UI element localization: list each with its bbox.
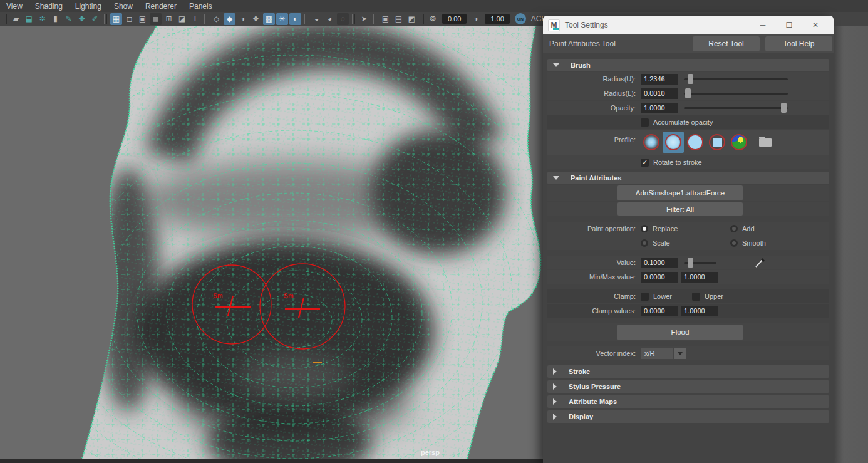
gate-mask-icon[interactable]: ◼ <box>150 13 162 25</box>
smooth-radio[interactable] <box>730 239 738 247</box>
film-gate-icon[interactable]: ◻ <box>123 13 135 25</box>
rotate-to-stroke-row: ✓ Rotate to stroke <box>547 155 829 169</box>
maximize-button[interactable]: ☐ <box>776 17 802 33</box>
vector-index-row: Vector index: x/R <box>547 346 829 360</box>
textured-cube-icon[interactable]: ❖ <box>250 13 262 25</box>
menu-view[interactable]: View <box>6 2 23 11</box>
chevron-down-icon[interactable] <box>674 348 686 359</box>
clamp-row: Clamp: Lower Upper <box>547 289 829 303</box>
lock-icon[interactable]: ⬓ <box>23 13 35 25</box>
shaded-cube-icon[interactable]: ◆ <box>224 13 235 25</box>
clamp-max-field[interactable]: 1.0000 <box>681 306 718 316</box>
expand-arrow-icon <box>553 368 557 375</box>
opacity-slider[interactable] <box>684 103 788 113</box>
field-chart-icon[interactable]: ⊞ <box>163 13 175 25</box>
section-header-paint-attributes[interactable]: Paint Attributes <box>547 172 829 184</box>
attribute-select-button[interactable]: AdnSimshape1.attractForce <box>617 185 743 200</box>
profile-soft-button[interactable] <box>663 132 684 153</box>
close-button[interactable]: ✕ <box>802 17 829 33</box>
profile-solid-button[interactable] <box>685 132 706 153</box>
reset-tool-button[interactable]: Reset Tool <box>693 36 760 51</box>
menu-lighting[interactable]: Lighting <box>75 2 101 11</box>
opacity-field[interactable]: 1.0000 <box>641 103 678 113</box>
profile-image-button[interactable] <box>728 132 750 153</box>
clamp-min-field[interactable]: 0.0000 <box>641 306 678 316</box>
section-header-attribute-maps[interactable]: Attribute Maps <box>547 395 829 408</box>
gamma-field[interactable]: 1.00 <box>485 14 509 24</box>
image-plane-icon[interactable]: ◪ <box>176 13 188 25</box>
section-header-stylus-pressure[interactable]: Stylus Pressure <box>547 380 829 393</box>
section-header-brush[interactable]: Brush <box>547 59 829 71</box>
move-zoom-icon[interactable]: ✥ <box>76 13 88 25</box>
profile-square-button[interactable] <box>706 132 728 153</box>
flood-button[interactable]: Flood <box>617 325 743 340</box>
filter-button[interactable]: Filter: All <box>617 202 743 216</box>
radius-l-label: Radius(L): <box>547 90 641 97</box>
gear-icon[interactable]: ✲ <box>36 13 48 25</box>
add-radio[interactable] <box>730 225 738 232</box>
radius-l-field[interactable]: 0.0010 <box>641 88 678 99</box>
expand-arrow-icon <box>553 398 557 405</box>
brush-icon[interactable]: ✐ <box>89 13 101 25</box>
exposure-icon[interactable]: ❂ <box>427 13 439 25</box>
paste-icon[interactable]: ▤ <box>393 13 405 25</box>
expand-arrow-icon <box>553 383 557 390</box>
section-title: Brush <box>571 61 591 69</box>
min-value-field[interactable]: 0.0000 <box>641 272 678 283</box>
select-arrow-icon[interactable]: ➤ <box>358 13 370 25</box>
profile-gaussian-button[interactable] <box>641 132 662 153</box>
exposure-field[interactable]: 0.00 <box>442 14 467 24</box>
perspective-viewport[interactable]: Sm Sm persp <box>0 26 543 459</box>
radius-u-field[interactable]: 1.2346 <box>641 74 678 85</box>
snapshot-icon[interactable]: ◩ <box>406 13 418 25</box>
toolbar-grip <box>204 14 207 24</box>
color-management-toggle[interactable]: ON <box>515 13 526 24</box>
max-value-field[interactable]: 1.0000 <box>681 272 718 283</box>
section-header-stroke[interactable]: Stroke <box>547 365 829 378</box>
eyedropper-icon[interactable] <box>754 256 767 269</box>
menu-panels[interactable]: Panels <box>189 2 212 11</box>
scale-radio[interactable] <box>641 239 648 247</box>
checker-icon[interactable]: ▩ <box>263 13 275 25</box>
window-titlebar[interactable]: M Tool Settings ─ ☐ ✕ <box>543 16 834 34</box>
collapse-arrow-icon <box>553 176 559 180</box>
contrast-icon[interactable]: ◑ <box>470 13 482 25</box>
browse-folder-icon[interactable] <box>759 138 772 147</box>
vector-index-select[interactable]: x/R <box>641 348 673 359</box>
light-icon[interactable]: ☀ <box>276 13 288 25</box>
camera-icon[interactable]: ▰ <box>10 13 22 25</box>
menu-shading[interactable]: Shading <box>35 2 63 11</box>
section-header-display[interactable]: Display <box>547 410 829 423</box>
wireframe-cube-icon[interactable]: ◇ <box>210 13 222 25</box>
radius-u-slider[interactable] <box>684 74 788 84</box>
menu-renderer[interactable]: Renderer <box>145 2 177 11</box>
resolution-gate-icon[interactable]: ▣ <box>137 13 148 25</box>
radius-l-slider[interactable] <box>684 88 788 98</box>
motion-blur-icon[interactable]: ◕ <box>324 13 336 25</box>
grid-icon[interactable]: ▦ <box>110 13 122 25</box>
clamp-values-label: Clamp values: <box>547 307 641 315</box>
material-icon[interactable]: ◑ <box>237 13 249 25</box>
accumulate-opacity-checkbox[interactable] <box>641 118 649 127</box>
brush-mode-label: Sm <box>284 293 294 299</box>
clamp-upper-checkbox[interactable] <box>692 293 700 301</box>
menu-show[interactable]: Show <box>114 2 133 11</box>
replace-radio[interactable] <box>641 225 648 232</box>
rotate-to-stroke-checkbox[interactable]: ✓ <box>641 159 649 167</box>
tool-help-button[interactable]: Tool Help <box>765 36 832 51</box>
value-field[interactable]: 0.1000 <box>641 258 678 268</box>
value-slider[interactable] <box>684 258 716 268</box>
clamp-lower-checkbox[interactable] <box>641 293 649 301</box>
ao-icon[interactable]: ◒ <box>311 13 323 25</box>
shadows-icon[interactable]: ◐ <box>289 13 301 25</box>
minmax-label: Min/Max value: <box>547 273 641 281</box>
minimize-button[interactable]: ─ <box>750 17 776 33</box>
text-icon[interactable]: T <box>189 13 201 25</box>
bookmark-icon[interactable]: ▮ <box>49 13 61 25</box>
pen-icon[interactable]: ✎ <box>63 13 75 25</box>
marquee-icon[interactable]: ◌ <box>337 13 349 25</box>
copy-icon[interactable]: ▣ <box>380 13 391 25</box>
clamp-lower-label: Lower <box>653 293 686 300</box>
rotate-to-stroke-label: Rotate to stroke <box>653 159 702 166</box>
section-title: Stylus Pressure <box>569 383 621 390</box>
